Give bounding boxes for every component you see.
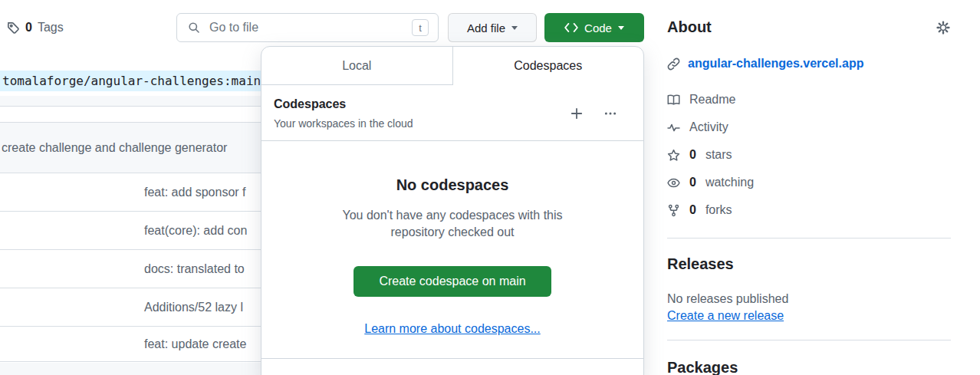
chevron-down-icon <box>618 26 624 30</box>
empty-desc-line2: repository checked out <box>261 224 643 241</box>
commit-message[interactable]: docs: translated to <box>144 262 245 276</box>
link-icon <box>667 58 680 71</box>
packages-heading: Packages <box>667 359 738 375</box>
search-icon <box>188 21 200 34</box>
latest-commit-message[interactable]: create challenge and challenge generator <box>2 141 227 155</box>
eye-icon <box>667 176 680 189</box>
meta-label: forks <box>705 203 732 217</box>
meta-count: 0 <box>689 176 696 189</box>
gear-icon[interactable] <box>936 21 950 35</box>
releases-empty-text: No releases published <box>667 292 788 306</box>
sidebar-divider <box>667 238 951 238</box>
star-icon <box>667 149 680 162</box>
codespaces-options-kebab-icon[interactable] <box>603 107 617 120</box>
commit-message[interactable]: feat: update create <box>144 337 246 351</box>
table-row[interactable]: feat: add sponsor f <box>0 173 261 212</box>
about-sidebar: About angular-challenges.vercel.app <box>667 0 951 375</box>
meta-label: watching <box>705 176 754 189</box>
commit-message[interactable]: feat: add sponsor f <box>144 186 246 199</box>
chevron-down-icon <box>511 26 518 30</box>
sidebar-item-watching[interactable]: 0 watching <box>667 169 951 196</box>
pulse-icon <box>667 121 680 134</box>
website-row[interactable]: angular-challenges.vercel.app <box>667 57 863 71</box>
tab-codespaces[interactable]: Codespaces <box>453 47 644 85</box>
table-row[interactable]: feat(core): add con <box>0 212 261 250</box>
new-codespace-plus-icon[interactable] <box>570 107 584 120</box>
learn-more-link[interactable]: Learn more about codespaces... <box>364 322 540 336</box>
tags-count: 0 <box>25 21 32 35</box>
commit-message[interactable]: Additions/52 lazy l <box>144 301 243 314</box>
code-dropdown-tabs: Local Codespaces <box>261 47 643 85</box>
commit-message[interactable]: feat(core): add con <box>144 224 247 238</box>
table-white-band <box>0 107 261 123</box>
meta-label: Activity <box>689 120 728 134</box>
create-release-link[interactable]: Create a new release <box>667 309 784 323</box>
table-row[interactable]: feat: update create <box>0 327 261 362</box>
go-to-file-search[interactable]: t <box>176 13 439 42</box>
code-label: Code <box>584 21 612 35</box>
sidebar-item-forks[interactable]: 0 forks <box>667 196 951 224</box>
meta-label: Readme <box>689 93 735 107</box>
add-file-label: Add file <box>467 21 505 35</box>
repo-page: tomalaforge/angular-challenges:main . cr… <box>0 0 980 375</box>
tab-local[interactable]: Local <box>261 47 453 85</box>
code-button[interactable]: Code <box>544 13 644 42</box>
sidebar-item-activity[interactable]: Activity <box>667 113 951 141</box>
sidebar-item-stars[interactable]: 0 stars <box>667 141 951 169</box>
add-file-button[interactable]: Add file <box>448 13 537 42</box>
empty-state-title: No codespaces <box>261 176 643 194</box>
file-table: feat: add sponsor f feat(core): add con … <box>0 173 261 362</box>
keyboard-shortcut-badge: t <box>412 19 429 36</box>
branch-ref-code: tomalaforge/angular-challenges:main <box>0 71 268 91</box>
about-heading: About <box>667 18 712 36</box>
book-icon <box>667 94 680 107</box>
tag-icon <box>6 21 20 35</box>
create-codespace-button[interactable]: Create codespace on main <box>354 266 551 297</box>
repo-meta-list: Readme Activity 0 stars <box>667 86 951 224</box>
table-bottom-strip <box>0 363 261 375</box>
sidebar-divider <box>667 340 951 340</box>
search-input[interactable] <box>209 21 412 35</box>
meta-label: stars <box>705 148 732 162</box>
website-link[interactable]: angular-challenges.vercel.app <box>688 57 863 71</box>
code-dropdown-panel: Local Codespaces Codespaces Your workspa… <box>261 46 644 375</box>
meta-count: 0 <box>689 203 696 217</box>
latest-commit-bar[interactable]: create challenge and challenge generator <box>0 123 261 173</box>
table-top-strip <box>0 96 261 107</box>
code-icon <box>564 22 578 33</box>
table-row[interactable]: Additions/52 lazy l <box>0 288 261 327</box>
codespaces-empty-state: No codespaces You don't have any codespa… <box>261 176 643 367</box>
empty-state-description: You don't have any codespaces with this … <box>261 207 643 241</box>
fork-icon <box>667 204 680 217</box>
table-row[interactable]: docs: translated to <box>0 250 261 288</box>
releases-heading: Releases <box>667 255 734 273</box>
codespaces-header: Codespaces Your workspaces in the cloud <box>261 85 643 141</box>
sidebar-item-readme[interactable]: Readme <box>667 86 951 113</box>
tags-link[interactable]: 0 Tags <box>6 19 64 36</box>
empty-desc-line1: You don't have any codespaces with this <box>261 207 643 224</box>
branch-code-snippet: tomalaforge/angular-challenges:main . <box>0 71 281 91</box>
tags-label: Tags <box>38 21 64 35</box>
panel-footer-divider <box>261 358 643 367</box>
meta-count: 0 <box>689 148 696 162</box>
